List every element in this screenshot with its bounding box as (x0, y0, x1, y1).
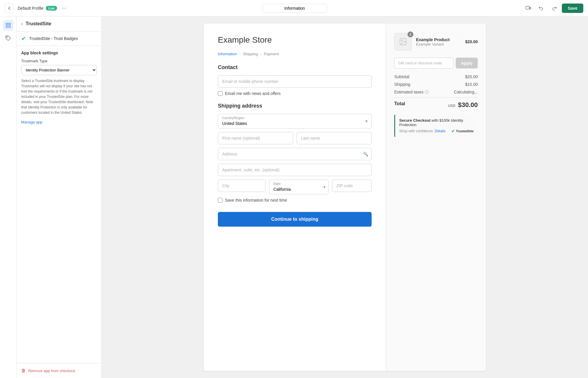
shop-confidence: Shop with confidence. Details (399, 129, 445, 133)
country-wrapper: Country/Region United States ▾ (218, 114, 372, 128)
details-link[interactable]: Details (435, 129, 446, 133)
undo-button[interactable] (536, 3, 547, 14)
taxes-info: Estimated taxes i (394, 90, 429, 94)
profile-name: Default Profile (18, 6, 44, 11)
topbar-back-button[interactable] (5, 4, 14, 13)
breadcrumb-payment[interactable]: Payment (264, 52, 279, 56)
last-name-input[interactable] (297, 132, 372, 144)
settings-body: App block settings Trustmark Type Identi… (16, 46, 101, 363)
subtotal-label: Subtotal (394, 74, 409, 79)
save-info-row: Save this information for next time (218, 198, 372, 203)
email-checkbox[interactable] (218, 91, 223, 96)
contact-heading: Contact (218, 64, 372, 71)
trustmark-type-label: Trustmark Type (21, 59, 97, 63)
product-variant: Example Variant (416, 42, 461, 46)
shipping-label: Shipping (394, 82, 410, 87)
secure-checkout-box: Secure Checkout with $100k Identity Prot… (394, 115, 478, 137)
profile-info: Default Profile Live (18, 6, 57, 11)
total-amount-area: USD $30.00 (448, 101, 478, 109)
email-input[interactable] (218, 75, 372, 88)
main-layout: ‹ TrustedSite ✔ TrustedSite - Trust Badg… (0, 16, 588, 378)
address-input[interactable] (218, 148, 372, 160)
address-group: 🔍 (218, 148, 372, 160)
checkout-form: Example Store Information › Shipping › P… (204, 24, 386, 371)
settings-header: ‹ TrustedSite (16, 16, 101, 31)
trash-icon: 🗑 (21, 368, 26, 373)
topbar: Default Profile Live ··· Save (0, 0, 588, 16)
breadcrumb-shipping[interactable]: Shipping (243, 52, 258, 56)
trusted-site-logo: ✔ TrustedSite (451, 129, 474, 133)
city-input[interactable] (218, 180, 265, 192)
taxes-line: Estimated taxes i Calculating... (394, 90, 478, 94)
breadcrumb: Information › Shipping › Payment (218, 52, 372, 56)
trusted-site-name: TrustedSite (456, 129, 474, 133)
settings-back-button[interactable]: ‹ (21, 21, 23, 26)
icon-sidebar (0, 16, 16, 378)
last-name-group (297, 132, 372, 144)
product-image: 1 (394, 33, 412, 51)
taxes-value: Calculating... (454, 90, 478, 94)
secure-checkout-strong: Secure Checkout (399, 118, 430, 123)
breadcrumb-information[interactable]: Information (218, 52, 237, 56)
svg-rect-5 (9, 26, 10, 28)
email-checkbox-row: Email me with news and offers (218, 91, 372, 96)
trustmark-type-select[interactable]: Identity Protection Banner Security Seal… (21, 65, 97, 75)
breadcrumb-sep-1: › (239, 52, 240, 56)
apartment-group (218, 164, 372, 176)
taxes-info-icon: i (425, 90, 429, 94)
sidebar-nav-tags[interactable] (3, 33, 14, 44)
continue-shipping-button[interactable]: Continue to shipping (218, 212, 372, 227)
total-line: Total USD $30.00 (394, 97, 478, 109)
trusted-site-item: ✔ TrustedSite - Trust Badges (16, 31, 101, 46)
total-currency: USD (448, 104, 455, 108)
email-checkbox-label: Email me with news and offers (225, 91, 281, 96)
topbar-title-area (70, 4, 519, 13)
country-label: Country/Region (222, 116, 244, 120)
live-badge: Live (46, 6, 57, 11)
name-row (218, 132, 372, 144)
discount-input[interactable] (394, 58, 453, 68)
redo-button[interactable] (549, 3, 559, 14)
svg-point-6 (6, 37, 7, 38)
save-button[interactable]: Save (562, 4, 583, 13)
svg-rect-1 (530, 7, 531, 9)
subtotal-line: Subtotal $20.00 (394, 74, 478, 79)
product-row: 1 Example Product Example Variant $20.00 (394, 33, 478, 51)
zip-input[interactable] (332, 180, 372, 192)
device-preview-button[interactable] (523, 3, 534, 14)
svg-point-8 (401, 40, 402, 41)
svg-rect-4 (6, 26, 8, 28)
apartment-input[interactable] (218, 164, 372, 176)
shipping-line: Shipping $10.00 (394, 82, 478, 87)
total-amount: $30.00 (458, 101, 478, 108)
shipping-heading: Shipping address (218, 103, 372, 109)
zip-group (332, 180, 372, 194)
shipping-value: $10.00 (465, 82, 478, 87)
remove-app-button[interactable]: 🗑 Remove app from checkout (21, 368, 75, 373)
address-search-icon: 🔍 (363, 152, 368, 156)
checkout-container: Example Store Information › Shipping › P… (204, 24, 486, 371)
breadcrumb-sep-2: › (260, 52, 261, 56)
svg-rect-0 (526, 6, 529, 9)
topbar-actions: Save (523, 3, 583, 14)
total-label: Total (394, 101, 405, 109)
save-info-label: Save this information for next time (225, 198, 287, 203)
sidebar-nav-blocks[interactable] (3, 20, 14, 31)
first-name-input[interactable] (218, 132, 293, 144)
save-info-checkbox[interactable] (218, 198, 223, 203)
apply-button[interactable]: Apply (456, 58, 478, 68)
settings-footer: 🗑 Remove app from checkout (16, 363, 101, 378)
checkmark-icon: ✔ (21, 35, 26, 42)
city-group (218, 180, 265, 194)
manage-app-link[interactable]: Manage app (21, 120, 97, 124)
svg-rect-2 (6, 23, 8, 25)
more-options-button[interactable]: ··· (62, 5, 66, 11)
page-title-input[interactable] (262, 4, 327, 13)
settings-panel: ‹ TrustedSite ✔ TrustedSite - Trust Badg… (16, 16, 102, 378)
app-block-settings-title: App block settings (21, 51, 97, 55)
discount-row: Apply (394, 58, 478, 68)
secure-checkout-sub: Shop with confidence. Details ✔ TrustedS… (399, 129, 474, 133)
remove-app-label: Remove app from checkout (28, 369, 75, 373)
state-label: State (273, 182, 281, 185)
secure-checkout-title: Secure Checkout with $100k Identity Prot… (399, 118, 474, 127)
